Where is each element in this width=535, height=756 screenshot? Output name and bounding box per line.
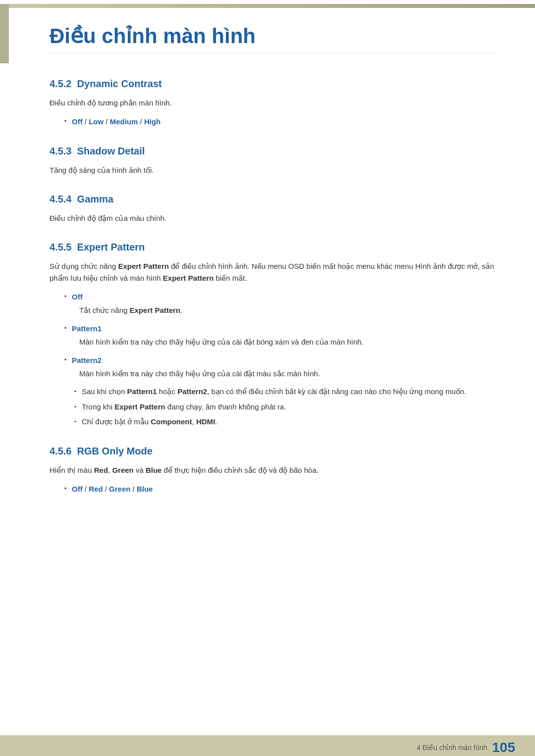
top-border-decoration: [0, 4, 535, 8]
option-low: Low: [89, 117, 104, 126]
rgb-option-green: Green: [109, 485, 130, 493]
red-bold: Red: [94, 466, 108, 474]
option-off-desc: Tắt chức năng Expert Pattern.: [72, 306, 182, 314]
blue-bold: Blue: [146, 466, 162, 474]
section-heading-4-5-6: 4.5.6 RGB Only Mode: [50, 446, 495, 457]
section-4-5-2-description: Điều chỉnh độ tương phần màn hình.: [50, 97, 495, 109]
content-area: Điều chỉnh màn hình 4.5.2 Dynamic Contra…: [0, 4, 535, 540]
option-pattern2-desc: Màn hình kiểm tra này cho thấy hiệu ứng …: [72, 369, 320, 378]
hdmi-bold: HDMI: [196, 417, 215, 426]
section-4-5-4-description: Điều chỉnh độ đậm của màu chính.: [50, 212, 495, 224]
option-pattern2-label: Pattern2: [72, 356, 102, 364]
expert-pattern-off-bold: Expert Pattern: [130, 306, 181, 314]
section-4-5-2: 4.5.2 Dynamic Contrast Điều chỉnh độ tươ…: [50, 78, 495, 128]
option-high: High: [144, 117, 160, 126]
rgb-option-off: Off: [72, 485, 83, 493]
green-bold: Green: [112, 466, 133, 474]
expert-pattern-options: Off Tắt chức năng Expert Pattern. Patter…: [50, 290, 495, 380]
component-bold: Component: [151, 417, 192, 426]
page-container: Điều chỉnh màn hình 4.5.2 Dynamic Contra…: [0, 4, 535, 756]
option-separator-2: /: [106, 117, 109, 126]
expert-pattern-bold-2: Expert Pattern: [163, 274, 214, 282]
section-heading-4-5-4: 4.5.4 Gamma: [50, 194, 495, 205]
rgb-sep-1: /: [85, 485, 89, 493]
expert-pattern-notes: Sau khi chọn Pattern1 hoặc Pattern2, bạn…: [50, 385, 495, 428]
option-pattern1-label: Pattern1: [72, 324, 102, 333]
pattern2-note-bold: Pattern2: [177, 387, 207, 396]
expert-pattern-bold-1: Expert Pattern: [118, 262, 169, 270]
option-separator-1: /: [85, 117, 89, 126]
option-off: Off: [72, 117, 83, 126]
option-off-label: Off: [72, 293, 83, 301]
rgb-option-red: Red: [89, 485, 103, 493]
page-title: Điều chỉnh màn hình: [50, 24, 495, 53]
section-4-5-4: 4.5.4 Gamma Điều chỉnh độ đậm của màu ch…: [50, 194, 495, 224]
section-4-5-5-description: Sử dụng chức năng Expert Pattern để điều…: [50, 260, 495, 284]
note-1: Sau khi chọn Pattern1 hoặc Pattern2, bạn…: [74, 385, 495, 398]
list-item-pattern1: Pattern1 Màn hình kiểm tra này cho thấy …: [64, 322, 495, 349]
rgb-sep-3: /: [133, 485, 137, 493]
section-4-5-3: 4.5.3 Shadow Detail Tăng độ sáng của hìn…: [50, 146, 495, 176]
section-4-5-6-description: Hiển thị màu Red, Green và Blue để thực …: [50, 464, 495, 476]
list-item: Off / Red / Green / Blue: [64, 482, 495, 496]
rgb-sep-2: /: [105, 485, 109, 493]
pattern1-note-bold: Pattern1: [127, 387, 157, 396]
section-heading-4-5-2: 4.5.2 Dynamic Contrast: [50, 78, 495, 90]
footer-chapter-text: 4 Điều chỉnh màn hình: [417, 744, 487, 752]
section-heading-4-5-5: 4.5.5 Expert Pattern: [50, 242, 495, 253]
option-separator-3: /: [140, 117, 144, 126]
left-accent-decoration: [0, 4, 9, 63]
section-4-5-2-options: Off / Low / Medium / High: [50, 115, 495, 128]
list-item-pattern2: Pattern2 Màn hình kiểm tra này cho thấy …: [64, 353, 495, 380]
section-4-5-3-description: Tăng độ sáng của hình ảnh tối.: [50, 164, 495, 176]
expert-pattern-note-bold: Expert Pattern: [114, 403, 165, 411]
rgb-option-blue: Blue: [137, 485, 153, 493]
section-heading-4-5-3: 4.5.3 Shadow Detail: [50, 146, 495, 157]
option-medium: Medium: [110, 117, 138, 126]
list-item-off: Off Tắt chức năng Expert Pattern.: [64, 290, 495, 317]
section-4-5-6: 4.5.6 RGB Only Mode Hiển thị màu Red, Gr…: [50, 446, 495, 496]
note-2: Trong khi Expert Pattern đang chạy, âm t…: [74, 401, 495, 413]
note-3: Chỉ được bật ở mẫu Component, HDMI.: [74, 415, 495, 428]
list-item: Off / Low / Medium / High: [64, 115, 495, 128]
footer-page-number: 105: [492, 740, 515, 756]
option-pattern1-desc: Màn hình kiểm tra này cho thấy hiệu ứng …: [72, 338, 364, 346]
section-4-5-5: 4.5.5 Expert Pattern Sử dụng chức năng E…: [50, 242, 495, 428]
page-footer: 4 Điều chỉnh màn hình 105: [0, 735, 535, 756]
section-4-5-6-options: Off / Red / Green / Blue: [50, 482, 495, 496]
